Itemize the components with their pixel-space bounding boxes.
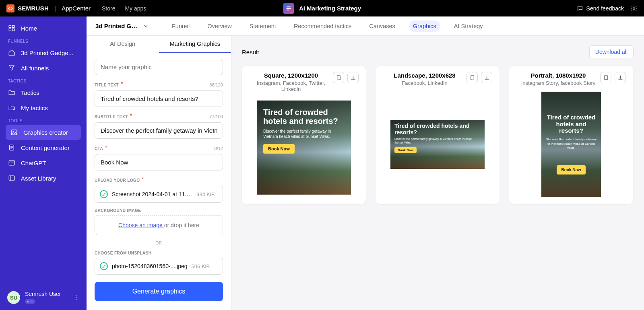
preview-square: Tired of crowded hotels and resorts? Dis… bbox=[257, 101, 351, 195]
unsplash-file-size: 506 KiB bbox=[192, 263, 210, 269]
sidebar-item-home[interactable]: Home bbox=[0, 21, 87, 36]
preview-portrait: Tired of crowded hotels and resorts? Dis… bbox=[541, 92, 601, 197]
svg-point-9 bbox=[13, 131, 14, 132]
panel-icon bbox=[8, 175, 15, 182]
sidebar-item-content-generator[interactable]: Content generator bbox=[0, 140, 87, 155]
svg-rect-4 bbox=[9, 25, 11, 27]
send-feedback-button[interactable]: Send feedback bbox=[577, 5, 624, 12]
image-icon bbox=[10, 129, 18, 136]
folder-icon bbox=[8, 89, 15, 96]
main-tabs: Funnel Overview Statement Recommended ta… bbox=[168, 21, 487, 32]
svg-point-3 bbox=[633, 7, 635, 9]
design-tabs: AI Design Marketing Graphics bbox=[87, 36, 231, 53]
svg-rect-5 bbox=[12, 25, 14, 27]
sidebar-item-asset-library[interactable]: Asset Library bbox=[0, 170, 87, 186]
svg-rect-8 bbox=[11, 130, 17, 135]
funnel-icon bbox=[8, 64, 15, 72]
nav-store[interactable]: Store bbox=[102, 5, 115, 12]
choose-image-link[interactable]: Choose an image bbox=[118, 222, 164, 228]
app-title-text: AI Marketing Strategy bbox=[299, 5, 361, 12]
subtitle-counter: 77/100 bbox=[209, 114, 223, 119]
sidebar-item-my-tactics[interactable]: My tactics bbox=[0, 100, 87, 115]
top-bar: SEMRUSH | AppCenter Store My apps AI Mar… bbox=[0, 0, 644, 16]
form-panel: AI Design Marketing Graphics TITLE TEXT … bbox=[87, 36, 231, 310]
card-title: Landscape, 1200x628 bbox=[383, 72, 466, 79]
svg-rect-6 bbox=[9, 29, 11, 31]
preview-cta: Book Now bbox=[557, 165, 586, 175]
grid-icon bbox=[8, 25, 15, 32]
svg-point-13 bbox=[76, 295, 76, 296]
brand-name: SEMRUSH bbox=[18, 5, 49, 12]
project-selector[interactable]: 3d Printed Gad... bbox=[95, 23, 149, 29]
tab-ai-design[interactable]: AI Design bbox=[87, 36, 159, 53]
more-icon[interactable] bbox=[73, 294, 79, 301]
folder-arrow-icon bbox=[8, 104, 15, 111]
chevron-down-icon bbox=[143, 23, 149, 29]
preview-cta: Book Now bbox=[394, 147, 417, 153]
sidebar-item-tactics[interactable]: Tactics bbox=[0, 85, 87, 100]
card-title: Square, 1200x1200 bbox=[249, 72, 333, 79]
download-button[interactable] bbox=[615, 72, 626, 83]
title-counter: 36/120 bbox=[209, 82, 223, 87]
unsplash-label: CHOOSE FROM UNSPLASH bbox=[95, 251, 223, 255]
avatar[interactable]: SU bbox=[7, 291, 20, 304]
sidebar-item-project[interactable]: 3d Printed Gadge... bbox=[0, 45, 87, 60]
semrush-logo-icon bbox=[6, 4, 14, 12]
logo-file-size: 934 KiB bbox=[196, 191, 215, 197]
check-circle-icon: ✓ bbox=[100, 190, 108, 198]
svg-rect-2 bbox=[287, 9, 289, 10]
sidebar-user: SU Semrush User ● — bbox=[0, 285, 87, 310]
sidebar-section-tools: TOOLS bbox=[0, 115, 87, 125]
svg-rect-1 bbox=[287, 8, 291, 9]
bg-dropzone[interactable]: Choose an image or drop it here bbox=[95, 215, 223, 235]
tab-overview[interactable]: Overview bbox=[203, 21, 235, 32]
top-nav: Store My apps bbox=[102, 5, 146, 12]
cta-input[interactable] bbox=[95, 154, 223, 170]
tab-canvases[interactable]: Canvases bbox=[365, 21, 399, 32]
logo-label: UPLOAD YOUR LOGO bbox=[95, 178, 140, 183]
app-logo-icon bbox=[283, 3, 294, 14]
sidebar-section-funnels: FUNNELS bbox=[0, 36, 87, 45]
svg-rect-0 bbox=[287, 6, 291, 7]
check-circle-icon: ✓ bbox=[100, 262, 108, 270]
sidebar: Home FUNNELS 3d Printed Gadge... All fun… bbox=[0, 16, 87, 310]
generate-button[interactable]: Generate graphics bbox=[95, 282, 223, 301]
download-all-button[interactable]: Download all bbox=[589, 45, 634, 58]
sidebar-item-all-funnels[interactable]: All funnels bbox=[0, 60, 87, 76]
result-area: Result Download all Square, 1200x1200 In… bbox=[231, 36, 644, 310]
sidebar-item-graphics-creator[interactable]: Graphics creator bbox=[6, 125, 81, 140]
result-card-square: Square, 1200x1200 Instagram, Facebook, T… bbox=[242, 66, 366, 204]
tab-ai-strategy[interactable]: AI Strategy bbox=[450, 21, 487, 32]
card-sub: Facebook, LinkedIn bbox=[383, 80, 466, 86]
home-icon bbox=[8, 49, 15, 56]
unsplash-file-name: photo-1520483601560-....jpeg bbox=[112, 263, 188, 269]
tab-recommended-tactics[interactable]: Recommended tactics bbox=[290, 21, 355, 32]
card-sub: Instagram, Facebook, Twitter, Linkedin bbox=[249, 80, 333, 92]
brand: SEMRUSH | AppCenter bbox=[6, 4, 91, 12]
sidebar-item-chatgpt[interactable]: ChatGPT bbox=[0, 155, 87, 170]
bookmark-button[interactable] bbox=[466, 72, 478, 83]
card-title: Portrait, 1080x1920 bbox=[516, 72, 600, 79]
tab-marketing-graphics[interactable]: Marketing Graphics bbox=[159, 36, 231, 53]
download-icon bbox=[484, 75, 490, 81]
title-input[interactable] bbox=[95, 90, 223, 107]
download-button[interactable] bbox=[347, 72, 359, 83]
gear-icon[interactable] bbox=[630, 5, 638, 12]
download-icon bbox=[350, 75, 356, 81]
logo-file-chip[interactable]: ✓ Screenshot 2024-04-01 at 11.11....png … bbox=[95, 186, 223, 203]
download-button[interactable] bbox=[481, 72, 492, 83]
bookmark-button[interactable] bbox=[600, 72, 611, 83]
layout-icon bbox=[8, 159, 15, 166]
tab-funnel[interactable]: Funnel bbox=[168, 21, 194, 32]
unsplash-file-chip[interactable]: ✓ photo-1520483601560-....jpeg 506 KiB bbox=[95, 258, 223, 275]
svg-rect-7 bbox=[12, 29, 14, 31]
download-icon bbox=[617, 75, 623, 81]
sub-header: 3d Printed Gad... Funnel Overview Statem… bbox=[87, 16, 644, 36]
graphic-name-input[interactable] bbox=[95, 59, 223, 75]
logo-file-name: Screenshot 2024-04-01 at 11.11....png bbox=[112, 191, 192, 197]
bookmark-button[interactable] bbox=[333, 72, 344, 83]
subtitle-input[interactable] bbox=[95, 122, 223, 139]
tab-graphics[interactable]: Graphics bbox=[409, 21, 440, 32]
tab-statement[interactable]: Statement bbox=[246, 21, 280, 32]
nav-my-apps[interactable]: My apps bbox=[125, 5, 146, 12]
